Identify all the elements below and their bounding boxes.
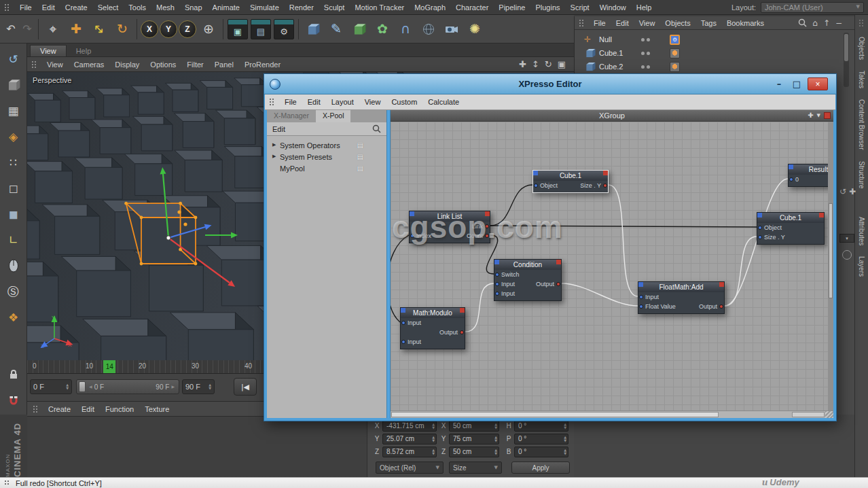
- menu-item[interactable]: Snap: [180, 2, 207, 13]
- input-port[interactable]: [495, 273, 499, 277]
- xpresso-tag[interactable]: ⚙: [670, 35, 680, 45]
- current-frame-marker[interactable]: 14: [103, 360, 115, 373]
- node-header[interactable]: FloatMath:Add: [638, 282, 724, 292]
- menu-item[interactable]: Animate: [208, 2, 245, 13]
- menu-item[interactable]: Mesh: [151, 2, 179, 13]
- node-output-corner-icon[interactable]: [819, 213, 824, 217]
- coord-mode-dropdown[interactable]: Object (Rel) ▼: [376, 461, 444, 474]
- close-button[interactable]: ×: [808, 77, 828, 90]
- dock-grip-icon[interactable]: [858, 19, 865, 27]
- pool-item-label[interactable]: MyPool: [280, 164, 305, 173]
- om-menu-grip-icon[interactable]: [579, 19, 585, 27]
- dock-tab[interactable]: Layers: [858, 256, 865, 277]
- material-menu-item[interactable]: Edit: [77, 404, 99, 415]
- xgroup-close-icon[interactable]: [824, 112, 831, 119]
- input-port[interactable]: [401, 321, 405, 325]
- spinner[interactable]: ▲▼: [564, 449, 566, 455]
- xgroup-header[interactable]: XGroup ✚ ▼: [391, 110, 833, 122]
- viewport-menu-item[interactable]: View: [42, 59, 68, 70]
- maximize-button[interactable]: □: [790, 80, 803, 88]
- node-header[interactable]: Cube.1: [533, 171, 608, 181]
- viewport-menu-item[interactable]: Cameras: [69, 59, 109, 70]
- lock-workplane-button[interactable]: [2, 363, 25, 386]
- go-to-start-button[interactable]: |◀: [234, 378, 257, 396]
- move-tool-button[interactable]: ✚: [65, 18, 88, 41]
- render-view-button[interactable]: ▣: [228, 19, 248, 39]
- coord-field[interactable]: 50 cm▲▼: [449, 447, 499, 457]
- menu-item[interactable]: MoGraph: [410, 2, 450, 13]
- output-port[interactable]: [485, 224, 489, 228]
- menu-item[interactable]: Pipeline: [494, 2, 530, 13]
- node-output-corner-icon[interactable]: [556, 260, 561, 264]
- om-menu-item[interactable]: Bookmarks: [722, 18, 769, 29]
- dock-tab[interactable]: Takes: [858, 71, 865, 88]
- coord-field[interactable]: 0 °▲▼: [514, 421, 568, 432]
- menu-item[interactable]: Plugins: [530, 2, 564, 13]
- xpresso-menu-item[interactable]: File: [280, 97, 302, 107]
- phong-tag[interactable]: [670, 48, 680, 58]
- coord-field[interactable]: 25.07 cm▲▼: [382, 434, 437, 445]
- camera-label[interactable]: Perspective: [33, 76, 71, 84]
- coord-field[interactable]: -431.715 cm▲▼: [382, 421, 437, 432]
- axis-mode-button[interactable]: ∟: [2, 228, 25, 251]
- dock-tab[interactable]: Structure: [858, 161, 865, 189]
- menu-item[interactable]: Create: [60, 2, 92, 13]
- current-frame-field[interactable]: 0 F ▲▼: [30, 379, 72, 394]
- menu-item[interactable]: Edit: [37, 2, 60, 13]
- redo-button[interactable]: ↷: [19, 18, 35, 41]
- toggle-view-icon[interactable]: ▣: [558, 60, 566, 69]
- graph-hscrollbar[interactable]: [391, 411, 833, 418]
- xgroup-menu-icon[interactable]: ▼: [817, 114, 820, 118]
- xpresso-menu-item[interactable]: Calculate: [423, 97, 464, 107]
- dolly-view-icon[interactable]: ↕: [532, 60, 539, 69]
- node-input-corner-icon[interactable]: [494, 260, 499, 264]
- input-port[interactable]: [758, 235, 762, 239]
- visibility-dots[interactable]: [641, 38, 659, 41]
- paint-mode-button[interactable]: ❖: [2, 306, 25, 329]
- generator-button[interactable]: [348, 18, 371, 41]
- coord-field[interactable]: 8.572 cm▲▼: [382, 447, 437, 457]
- pen-tool-button[interactable]: ✎: [325, 18, 348, 41]
- node-input-corner-icon[interactable]: [789, 164, 793, 169]
- mouse-mode-button[interactable]: [2, 254, 25, 277]
- node-input-corner-icon[interactable]: [410, 211, 414, 216]
- input-port[interactable]: [410, 234, 414, 238]
- xpresso-menu-item[interactable]: Custom: [386, 97, 422, 107]
- lock-x-axis-button[interactable]: X: [141, 20, 158, 38]
- xpresso-node-condition[interactable]: ConditionSwitchInputOutputInput: [494, 259, 562, 301]
- coord-field[interactable]: 0 °▲▼: [514, 434, 568, 445]
- menu-item[interactable]: Motion Tracker: [350, 2, 409, 13]
- menu-item[interactable]: Simulate: [245, 2, 284, 13]
- snap-button[interactable]: [2, 389, 25, 412]
- node-input-corner-icon[interactable]: [757, 213, 762, 217]
- viewport-menu-item[interactable]: Filter: [182, 59, 208, 70]
- minimize-button[interactable]: –: [772, 80, 786, 88]
- spinner[interactable]: ▲▼: [564, 436, 566, 442]
- cube-primitive-button[interactable]: [302, 18, 325, 41]
- viewport-menu-item[interactable]: ProRender: [240, 59, 285, 70]
- object-name[interactable]: Cube.1: [599, 49, 641, 57]
- rotate-view-icon[interactable]: ↻: [545, 60, 552, 69]
- input-port[interactable]: [401, 340, 405, 344]
- pool-tree-item[interactable]: MyPool ▤: [267, 162, 386, 174]
- lock-z-axis-button[interactable]: Z: [179, 20, 196, 38]
- menu-item[interactable]: Window: [595, 2, 631, 13]
- node-output-corner-icon[interactable]: [603, 171, 608, 175]
- spinner[interactable]: ▲▼: [432, 449, 435, 455]
- xpresso-node-result[interactable]: Result0: [788, 164, 828, 187]
- om-scrollbar[interactable]: [844, 33, 849, 87]
- render-settings-button[interactable]: ⚙: [274, 19, 294, 39]
- menubar-grip-icon[interactable]: [4, 3, 10, 12]
- pool-tree-item[interactable]: ▶ System Presets ▤: [267, 151, 386, 162]
- output-port[interactable]: [603, 184, 607, 188]
- up-level-icon[interactable]: ↑: [823, 19, 830, 27]
- resize-grip[interactable]: [825, 411, 833, 418]
- input-port[interactable]: [495, 282, 499, 286]
- polygons-mode-button[interactable]: ◼: [2, 203, 25, 226]
- xpresso-node-link-list[interactable]: Link ListLinkIndexCount: [409, 211, 490, 243]
- spinner[interactable]: ▲▼: [494, 436, 497, 442]
- xpresso-node-floatmath-add[interactable]: FloatMath:AddInputFloat ValueOutput: [638, 281, 725, 314]
- spinner[interactable]: ▲▼: [564, 423, 566, 430]
- menu-item[interactable]: Script: [566, 2, 594, 13]
- layout-dropdown[interactable]: John-CAM (User) ▼: [761, 2, 864, 13]
